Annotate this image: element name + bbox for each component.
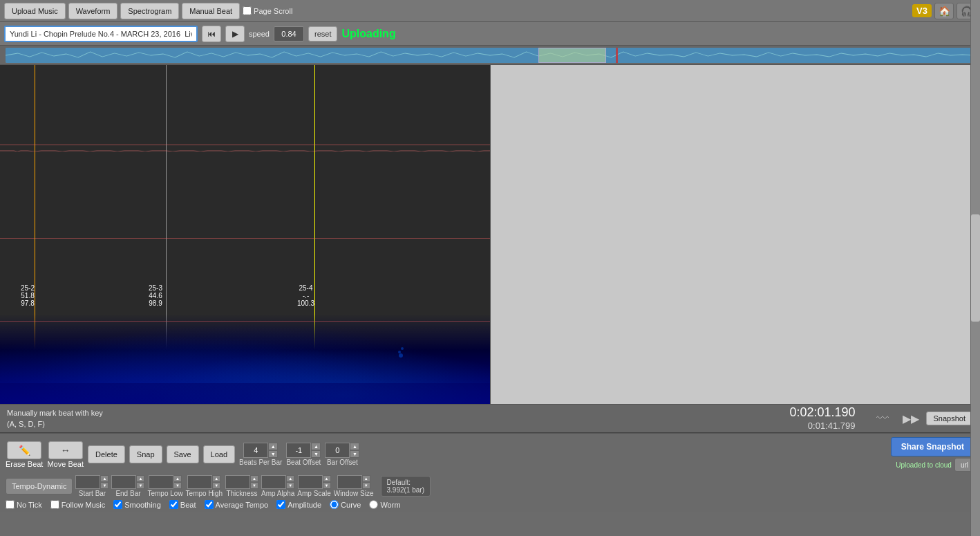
- amp-scale-up[interactable]: ▲: [323, 475, 331, 482]
- tempo-high-down[interactable]: ▼: [212, 482, 220, 489]
- speed-input[interactable]: [274, 26, 304, 41]
- bar-offset-input[interactable]: [325, 443, 350, 458]
- tempo-low-up[interactable]: ▲: [173, 475, 182, 482]
- window-size-label: Window Size: [334, 490, 374, 497]
- move-beat-group: ↔️ Move Beat: [47, 441, 84, 468]
- tempo-low-group: ▲ ▼ Tempo Low: [147, 475, 182, 497]
- beats-per-bar-up[interactable]: ▲: [268, 443, 278, 450]
- beat-offset-up[interactable]: ▲: [311, 443, 321, 450]
- window-size-group: ▲ ▼ Window Size: [334, 475, 374, 497]
- share-snapshot-button[interactable]: Share Snapshot: [891, 437, 974, 456]
- start-bar-input[interactable]: [75, 475, 100, 489]
- uploaded-row: Uploaded to cloud url: [896, 458, 974, 472]
- amp-scale-down[interactable]: ▼: [323, 482, 331, 489]
- move-beat-button[interactable]: ↔️: [48, 441, 83, 459]
- beats-per-bar-label: Beats Per Bar: [239, 459, 282, 466]
- beat-offset-spinners: ▲ ▼: [311, 443, 321, 458]
- worm-radio[interactable]: [369, 500, 378, 509]
- waveform-overview-track[interactable]: [6, 48, 974, 63]
- svg-point-4: [398, 351, 401, 353]
- beat-label-25-4: 25-4 -.- 100.3: [297, 284, 314, 307]
- thickness-input[interactable]: [225, 475, 250, 489]
- upload-music-button[interactable]: Upload Music: [4, 3, 66, 19]
- thickness-label: Thickness: [226, 490, 257, 497]
- amp-scale-input[interactable]: [298, 475, 323, 489]
- window-size-up[interactable]: ▲: [362, 475, 370, 482]
- tempo-low-down[interactable]: ▼: [173, 482, 182, 489]
- share-area: Share Snapshot Uploaded to cloud url: [891, 437, 974, 472]
- bar-offset-up[interactable]: ▲: [350, 443, 359, 450]
- page-scroll-checkbox[interactable]: [243, 6, 252, 15]
- end-bar-input[interactable]: [111, 475, 136, 489]
- end-bar-down[interactable]: ▼: [136, 482, 144, 489]
- load-button[interactable]: Load: [203, 445, 235, 463]
- waveform-button[interactable]: Waveform: [68, 3, 118, 19]
- manual-beat-button[interactable]: Manual Beat: [182, 3, 240, 19]
- start-bar-up[interactable]: ▲: [100, 475, 109, 482]
- beats-per-bar-spinners: ▲ ▼: [268, 443, 278, 458]
- amplitude-checkbox-label: Amplitude: [276, 500, 321, 509]
- main-area: 25-2 51.8 97.8 25-3 44.6 98.9 25-4 -.- 1…: [0, 65, 980, 404]
- right-panel: [491, 65, 980, 404]
- tempo-high-input[interactable]: [187, 475, 212, 489]
- scrollbar-thumb[interactable]: [971, 214, 980, 322]
- smoothing-checkbox[interactable]: [113, 500, 122, 509]
- home-icon-button[interactable]: 🏠: [934, 3, 954, 19]
- song-title-input[interactable]: [4, 26, 198, 42]
- tempo-dynamic-button[interactable]: Tempo-Dynamic: [6, 478, 73, 495]
- beat-checkbox[interactable]: [169, 500, 178, 509]
- beat-offset-input[interactable]: [286, 443, 311, 458]
- amplitude-checkbox[interactable]: [276, 500, 285, 509]
- snapshot-button[interactable]: Snapshot: [926, 412, 973, 425]
- follow-music-checkbox[interactable]: [50, 500, 59, 509]
- rewind-button[interactable]: ⏮: [202, 26, 221, 42]
- beat-offset-down[interactable]: ▼: [311, 450, 321, 458]
- end-bar-label: End Bar: [115, 490, 140, 497]
- amp-alpha-up[interactable]: ▲: [286, 475, 294, 482]
- waveform-svg: [6, 48, 974, 63]
- bar-offset-down[interactable]: ▼: [350, 450, 359, 458]
- beat-label-25-3: 25-3 44.6 98.9: [149, 284, 162, 307]
- spectrogram-button[interactable]: Spectrogram: [120, 3, 179, 19]
- svg-point-3: [401, 347, 404, 350]
- play-button[interactable]: ▶: [225, 26, 245, 42]
- bar-offset-label: Bar Offset: [327, 459, 358, 466]
- amp-scale-label: Amp Scale: [297, 490, 330, 497]
- waveform-svg-line: [0, 150, 491, 151]
- waveform-icon: 〰: [876, 412, 889, 426]
- save-button[interactable]: Save: [167, 445, 199, 463]
- thickness-down[interactable]: ▼: [250, 482, 258, 489]
- default-info: Default: 3.992(1 bar): [381, 476, 431, 497]
- tempo-low-input[interactable]: [149, 475, 173, 489]
- snap-button[interactable]: Snap: [129, 445, 162, 463]
- tempo-high-up[interactable]: ▲: [212, 475, 220, 482]
- top-right-icons: V3 🏠 🎧: [912, 3, 976, 19]
- checkbox-row: No Tick Follow Music Smoothing Beat Aver…: [6, 500, 974, 509]
- page-scroll-checkbox-label: Page Scroll: [243, 6, 292, 15]
- start-bar-down[interactable]: ▼: [100, 482, 109, 489]
- beats-per-bar-input-group: ▲ ▼: [243, 443, 278, 458]
- beats-per-bar-input[interactable]: [243, 443, 268, 458]
- beats-per-bar-down[interactable]: ▼: [268, 450, 278, 458]
- window-size-input[interactable]: [337, 475, 362, 489]
- average-tempo-checkbox[interactable]: [205, 500, 214, 509]
- bottom-row1: ✏️ Erase Beat ↔️ Move Beat Delete Snap S…: [6, 437, 974, 472]
- end-bar-up[interactable]: ▲: [136, 475, 144, 482]
- thickness-up[interactable]: ▲: [250, 475, 258, 482]
- top-toolbar: Upload Music Waveform Spectrogram Manual…: [0, 0, 980, 22]
- amp-alpha-group: ▲ ▼ Amp Alpha: [261, 475, 294, 497]
- no-tick-checkbox[interactable]: [6, 500, 15, 509]
- amp-alpha-input[interactable]: [261, 475, 286, 489]
- right-scrollbar[interactable]: [970, 0, 980, 536]
- follow-music-checkbox-label: Follow Music: [50, 500, 106, 509]
- time-display: 0:02:01.190 0:01:41.799: [789, 405, 855, 432]
- reset-button[interactable]: reset: [308, 26, 337, 41]
- bar-offset-input-group: ▲ ▼: [325, 443, 359, 458]
- curve-radio[interactable]: [330, 500, 339, 509]
- beats-per-bar-group: ▲ ▼ Beats Per Bar: [239, 443, 282, 466]
- amp-alpha-down[interactable]: ▼: [286, 482, 294, 489]
- delete-button[interactable]: Delete: [88, 445, 125, 463]
- beat-offset-group: ▲ ▼ Beat Offset: [286, 443, 321, 466]
- erase-beat-button[interactable]: ✏️: [7, 441, 41, 459]
- window-size-down[interactable]: ▼: [362, 482, 370, 489]
